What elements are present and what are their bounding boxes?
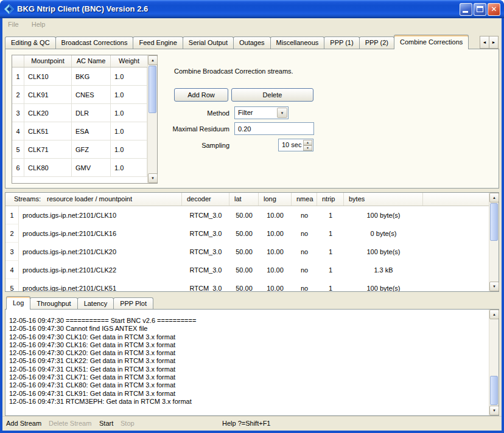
stream-long[interactable]: 10.00 bbox=[259, 206, 292, 224]
weight-cell[interactable]: 1.0 bbox=[111, 122, 147, 140]
maximize-button[interactable] bbox=[474, 3, 486, 16]
scroll-down-icon[interactable]: ▼ bbox=[148, 173, 158, 183]
tab-ppp-plot[interactable]: PPP Plot bbox=[113, 297, 153, 309]
stream-row[interactable]: 3 products.igs-ip.net:2101/CLK20 RTCM_3.… bbox=[5, 243, 489, 261]
stream-row-number[interactable]: 1 bbox=[5, 206, 19, 224]
stream-row[interactable]: 1 products.igs-ip.net:2101/CLK10 RTCM_3.… bbox=[5, 206, 489, 224]
row-number-cell[interactable]: 1 bbox=[12, 68, 24, 86]
combine-table-row[interactable]: 4 CLK51 ESA 1.0 bbox=[12, 122, 147, 140]
tab-outages[interactable]: Outages bbox=[233, 36, 271, 49]
menu-file[interactable]: File bbox=[2, 18, 24, 32]
stream-bytes[interactable]: 100 byte(s) bbox=[344, 206, 423, 224]
stream-lat[interactable]: 50.00 bbox=[229, 224, 259, 243]
stream-row-number[interactable]: 2 bbox=[5, 224, 19, 243]
mountpoint-cell[interactable]: CLK20 bbox=[24, 104, 72, 122]
stream-mountpoint[interactable]: products.igs-ip.net:2101/CLK16 bbox=[19, 224, 182, 243]
stream-row-number[interactable]: 5 bbox=[5, 279, 19, 291]
tab-broadcast-corrections[interactable]: Broadcast Corrections bbox=[55, 36, 134, 49]
menu-help[interactable]: Help bbox=[26, 18, 51, 32]
tab-log[interactable]: Log bbox=[6, 296, 30, 310]
tab-latency[interactable]: Latency bbox=[77, 297, 114, 309]
stream-ntrip[interactable]: 1 bbox=[317, 224, 344, 243]
ac-name-cell[interactable]: ESA bbox=[72, 122, 111, 140]
tab-miscellaneous[interactable]: Miscellaneous bbox=[270, 36, 325, 49]
tab-editing-qc[interactable]: Editing & QC bbox=[5, 36, 56, 49]
scroll-up-icon[interactable]: ▲ bbox=[489, 310, 499, 319]
row-number-cell[interactable]: 6 bbox=[12, 159, 24, 177]
stream-decoder[interactable]: RTCM_3.0 bbox=[182, 279, 229, 291]
tab-feed-engine[interactable]: Feed Engine bbox=[133, 36, 183, 49]
delete-button[interactable]: Delete bbox=[231, 88, 313, 102]
method-dropdown[interactable]: Filter ▼ bbox=[234, 106, 289, 119]
ac-name-cell[interactable]: GFZ bbox=[72, 140, 111, 159]
maximal-residuum-input[interactable] bbox=[234, 122, 314, 135]
mountpoint-cell[interactable]: CLK91 bbox=[24, 86, 72, 104]
streams-scrollbar[interactable]: ▲ ▼ bbox=[489, 193, 499, 291]
combine-table-row[interactable]: 2 CLK91 CNES 1.0 bbox=[12, 86, 147, 104]
stream-ntrip[interactable]: 1 bbox=[317, 279, 344, 291]
tab-ppp-2[interactable]: PPP (2) bbox=[359, 36, 394, 49]
stream-ntrip[interactable]: 1 bbox=[317, 261, 344, 279]
stream-long[interactable]: 10.00 bbox=[259, 279, 292, 291]
tab-ppp-1[interactable]: PPP (1) bbox=[324, 36, 359, 49]
stream-long[interactable]: 10.00 bbox=[259, 224, 292, 243]
stream-lat[interactable]: 50.00 bbox=[229, 279, 259, 291]
stream-decoder[interactable]: RTCM_3.0 bbox=[182, 261, 229, 279]
close-button[interactable]: ✕ bbox=[488, 3, 500, 16]
stream-mountpoint[interactable]: products.igs-ip.net:2101/CLK51 bbox=[19, 279, 182, 291]
mountpoint-cell[interactable]: CLK51 bbox=[24, 122, 72, 140]
stream-nmea[interactable]: no bbox=[292, 224, 317, 243]
tab-scroll-right-button[interactable]: ► bbox=[489, 36, 499, 49]
weight-cell[interactable]: 1.0 bbox=[111, 159, 147, 177]
scroll-up-icon[interactable]: ▲ bbox=[489, 193, 499, 203]
stream-lat[interactable]: 50.00 bbox=[229, 243, 259, 261]
sampling-spinner[interactable]: 10 sec ▲ ▼ bbox=[278, 139, 313, 151]
delete-stream-button[interactable]: Delete Stream bbox=[49, 420, 91, 427]
stream-lat[interactable]: 50.00 bbox=[229, 261, 259, 279]
stream-long[interactable]: 10.00 bbox=[259, 261, 292, 279]
weight-cell[interactable]: 1.0 bbox=[111, 104, 147, 122]
scroll-down-icon[interactable]: ▼ bbox=[489, 282, 499, 291]
tab-throughput[interactable]: Throughput bbox=[30, 297, 77, 309]
mountpoint-cell[interactable]: CLK10 bbox=[24, 68, 72, 86]
stream-decoder[interactable]: RTCM_3.0 bbox=[182, 243, 229, 261]
stream-row[interactable]: 2 products.igs-ip.net:2101/CLK16 RTCM_3.… bbox=[5, 224, 489, 243]
stream-nmea[interactable]: no bbox=[292, 279, 317, 291]
add-stream-button[interactable]: Add Stream bbox=[6, 420, 41, 427]
minimize-button[interactable] bbox=[460, 3, 472, 16]
stream-nmea[interactable]: no bbox=[292, 261, 317, 279]
combine-table-row[interactable]: 5 CLK71 GFZ 1.0 bbox=[12, 140, 147, 159]
scroll-down-icon[interactable]: ▼ bbox=[489, 406, 499, 415]
weight-cell[interactable]: 1.0 bbox=[111, 68, 147, 86]
ac-name-cell[interactable]: CNES bbox=[72, 86, 111, 104]
stream-row-number[interactable]: 4 bbox=[5, 261, 19, 279]
stream-long[interactable]: 10.00 bbox=[259, 243, 292, 261]
stream-row[interactable]: 5 products.igs-ip.net:2101/CLK51 RTCM_3.… bbox=[5, 279, 489, 291]
stream-nmea[interactable]: no bbox=[292, 206, 317, 224]
row-number-cell[interactable]: 3 bbox=[12, 104, 24, 122]
scrollbar-thumb[interactable] bbox=[490, 203, 498, 241]
stream-row[interactable]: 4 products.igs-ip.net:2101/CLK22 RTCM_3.… bbox=[5, 261, 489, 279]
start-button[interactable]: Start bbox=[99, 420, 113, 427]
weight-cell[interactable]: 1.0 bbox=[111, 140, 147, 159]
row-number-cell[interactable]: 4 bbox=[12, 122, 24, 140]
log-scrollbar[interactable]: ▲ ▼ bbox=[489, 310, 499, 415]
scrollbar-thumb[interactable] bbox=[149, 66, 156, 113]
stream-row-number[interactable]: 3 bbox=[5, 243, 19, 261]
titlebar[interactable]: BKG Ntrip Client (BNC) Version 2.6 ✕ bbox=[0, 0, 504, 18]
stream-bytes[interactable]: 100 byte(s) bbox=[344, 279, 423, 291]
stream-decoder[interactable]: RTCM_3.0 bbox=[182, 224, 229, 243]
ac-name-cell[interactable]: GMV bbox=[72, 159, 111, 177]
ac-name-cell[interactable]: BKG bbox=[72, 68, 111, 86]
weight-cell[interactable]: 1.0 bbox=[111, 86, 147, 104]
add-row-button[interactable]: Add Row bbox=[174, 88, 228, 102]
tab-combine-corrections[interactable]: Combine Corrections bbox=[394, 35, 469, 49]
row-number-cell[interactable]: 2 bbox=[12, 86, 24, 104]
stream-mountpoint[interactable]: products.igs-ip.net:2101/CLK22 bbox=[19, 261, 182, 279]
stream-bytes[interactable]: 1.3 kB bbox=[344, 261, 423, 279]
stream-mountpoint[interactable]: products.igs-ip.net:2101/CLK10 bbox=[19, 206, 182, 224]
stream-bytes[interactable]: 0 byte(s) bbox=[344, 224, 423, 243]
combine-table-row[interactable]: 6 CLK80 GMV 1.0 bbox=[12, 159, 147, 177]
spin-down-icon[interactable]: ▼ bbox=[303, 145, 312, 151]
combine-table-scrollbar[interactable]: ▲ ▼ bbox=[147, 55, 157, 183]
